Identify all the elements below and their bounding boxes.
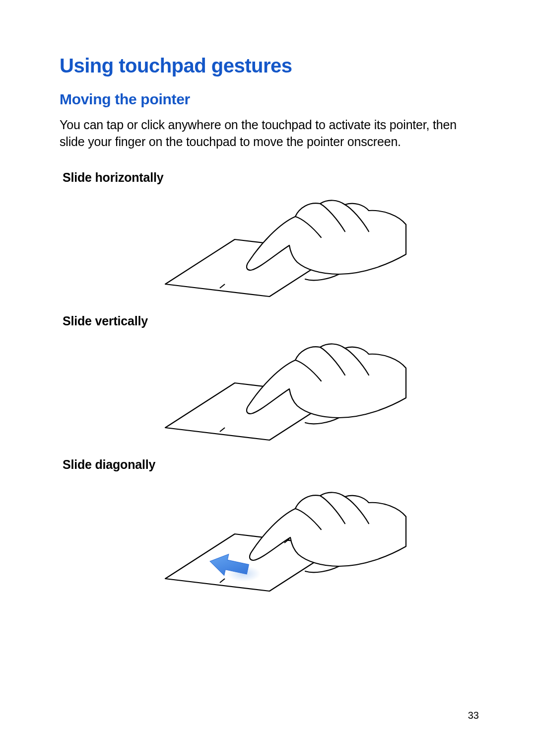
hand-touchpad-icon <box>131 180 408 309</box>
section-title: Using touchpad gestures <box>60 55 479 77</box>
gesture-horizontal: Slide horizontally <box>60 170 479 311</box>
gesture-diagonal-illustration <box>60 467 479 608</box>
manual-page: Using touchpad gestures Moving the point… <box>0 0 536 756</box>
gesture-horizontal-illustration <box>60 180 479 311</box>
hand-touchpad-icon <box>131 323 408 453</box>
gesture-diagonal: Slide diagonally <box>60 457 479 608</box>
gesture-vertical: Slide vertically <box>60 314 479 454</box>
subsection-title: Moving the pointer <box>60 91 479 108</box>
page-number: 33 <box>468 710 479 721</box>
intro-paragraph: You can tap or click anywhere on the tou… <box>60 117 479 151</box>
hand-touchpad-arrow-icon <box>131 467 408 606</box>
gesture-vertical-illustration <box>60 323 479 454</box>
